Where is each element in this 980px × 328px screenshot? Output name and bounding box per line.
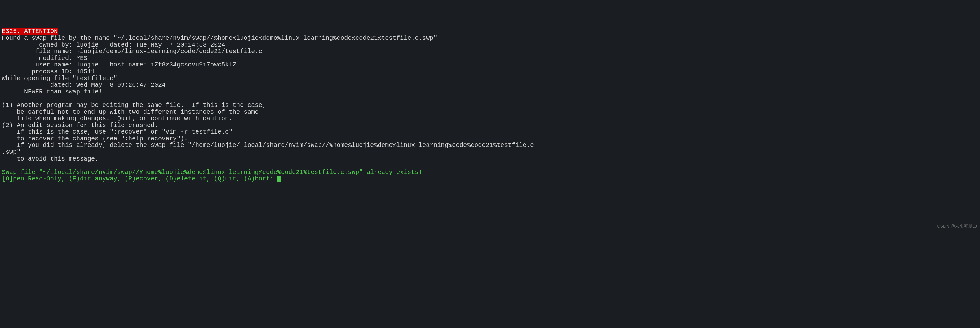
opening-file-line: While opening file "testfile.c" <box>2 75 117 82</box>
advice-1-line-2: be careful not to end up with two differ… <box>2 109 259 115</box>
error-header: E325: ATTENTION <box>2 28 58 35</box>
advice-2-line-5: .swp" <box>2 149 21 155</box>
opening-dated-label: dated: <box>2 82 76 88</box>
host-name-label: host name: <box>99 61 151 68</box>
user-name-value: luojie <box>76 61 99 68</box>
modified-value: YES <box>76 55 88 62</box>
opening-dated-value: Wed May 8 09:26:47 2024 <box>76 82 165 88</box>
watermark: CSDN @未来可期LJ <box>937 224 977 229</box>
cursor[interactable] <box>277 176 281 182</box>
prompt-options[interactable]: [O]pen Read-Only, (E)dit anyway, (R)ecov… <box>2 175 277 182</box>
owned-by-label: owned by: <box>2 41 76 48</box>
host-name-value: iZf8z34gcscvu9i7pwc5klZ <box>151 61 236 68</box>
swap-dated-value: Tue May 7 20:14:53 2024 <box>136 41 225 48</box>
advice-1-line-1: (1) Another program may be editing the s… <box>2 102 266 109</box>
swap-found-line: Found a swap file by the name "~/.local/… <box>2 35 437 42</box>
swap-exists-line: Swap file "~/.local/share/nvim/swap//%ho… <box>2 169 422 176</box>
process-id-label: process ID: <box>2 68 76 75</box>
owned-by-value: luojie <box>76 41 99 48</box>
advice-2-line-1: (2) An edit session for this file crashe… <box>2 122 158 129</box>
terminal-output: E325: ATTENTION Found a swap file by the… <box>2 28 978 182</box>
process-id-value: 18511 <box>76 68 95 75</box>
advice-2-line-4: If you did this already, delete the swap… <box>2 142 534 149</box>
modified-label: modified: <box>2 55 76 62</box>
swap-dated-label: dated: <box>99 41 136 48</box>
advice-2-line-6: to avoid this message. <box>2 155 99 162</box>
user-name-label: user name: <box>2 61 76 68</box>
file-name-label: file name: <box>2 48 76 55</box>
newer-than-swap: NEWER than swap file! <box>2 88 102 95</box>
advice-2-line-2: If this is the case, use ":recover" or "… <box>2 128 232 135</box>
advice-1-line-3: file when making changes. Quit, or conti… <box>2 115 232 122</box>
file-name-value: ~luojie/demo/linux-learning/code/code21/… <box>76 48 262 55</box>
advice-2-line-3: to recover the changes (see ":help recov… <box>2 135 188 142</box>
